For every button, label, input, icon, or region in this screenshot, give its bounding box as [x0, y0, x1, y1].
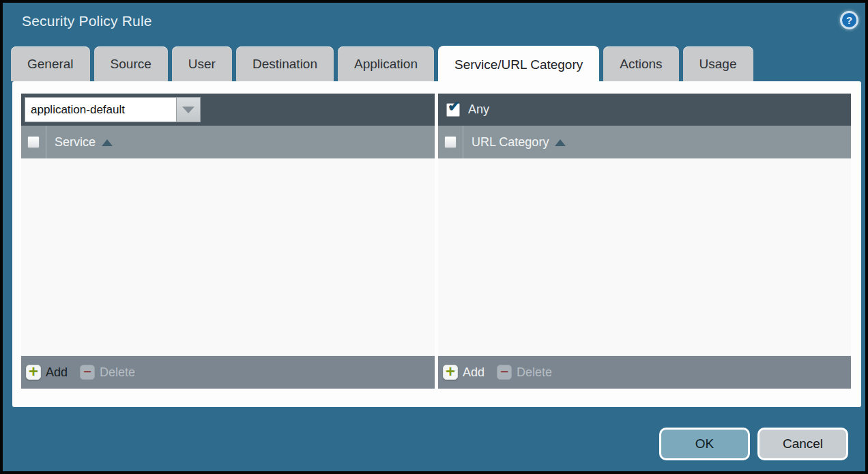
url-category-select-all-cell — [438, 126, 463, 158]
chevron-down-icon — [182, 107, 194, 113]
tab-bar: General Source User Destination Applicat… — [11, 46, 753, 81]
url-category-column-label: URL Category — [472, 135, 549, 150]
cancel-button[interactable]: Cancel — [757, 428, 848, 460]
service-type-dropdown[interactable] — [25, 97, 201, 122]
service-column-header-row: Service — [21, 126, 435, 158]
service-column-label: Service — [55, 135, 96, 150]
delete-url-category-label: Delete — [517, 365, 552, 380]
checkmark-icon: ✔ — [448, 99, 460, 114]
sort-ascending-icon — [102, 139, 113, 146]
service-toolbar — [21, 94, 435, 126]
url-category-column-header-row: URL Category — [438, 126, 851, 158]
select-all-url-categories-checkbox[interactable] — [444, 136, 457, 148]
service-type-dropdown-button[interactable] — [176, 97, 201, 122]
service-select-all-cell — [21, 126, 46, 158]
service-type-input[interactable] — [25, 97, 176, 122]
url-category-panel: ✔ Any URL Category + Add — [438, 94, 851, 389]
add-service-label: Add — [46, 365, 68, 380]
dialog-title: Security Policy Rule — [22, 13, 152, 29]
url-category-list-area[interactable] — [438, 158, 851, 356]
tab-general[interactable]: General — [11, 46, 90, 81]
add-url-category-label: Add — [463, 365, 484, 380]
help-icon-glyph: ? — [846, 14, 852, 26]
delete-url-category-button[interactable]: − Delete — [497, 365, 552, 380]
tab-user[interactable]: User — [172, 46, 232, 81]
select-all-services-checkbox[interactable] — [27, 136, 40, 148]
add-icon: + — [26, 365, 41, 380]
url-category-toolbar: ✔ Any — [438, 94, 851, 126]
service-panel: Service + Add − Delete — [21, 94, 435, 389]
any-checkbox[interactable]: ✔ — [446, 103, 460, 117]
ok-button[interactable]: OK — [659, 428, 750, 460]
tab-usage[interactable]: Usage — [683, 46, 753, 81]
security-policy-rule-dialog: Security Policy Rule ? General Source Us… — [0, 0, 868, 474]
tab-source[interactable]: Source — [94, 46, 168, 81]
delete-icon: − — [80, 365, 95, 380]
delete-icon: − — [497, 365, 512, 380]
add-service-button[interactable]: + Add — [26, 365, 68, 380]
url-category-column-sort[interactable]: URL Category — [463, 126, 566, 158]
url-category-panel-footer: + Add − Delete — [438, 356, 851, 389]
service-panel-footer: + Add − Delete — [21, 356, 435, 389]
delete-service-button[interactable]: − Delete — [80, 365, 135, 380]
tab-service-url-category[interactable]: Service/URL Category — [438, 46, 599, 84]
any-label: Any — [468, 102, 489, 117]
tab-destination[interactable]: Destination — [236, 46, 334, 81]
any-checkbox-row[interactable]: ✔ Any — [442, 102, 489, 117]
sort-ascending-icon — [555, 139, 566, 146]
help-icon[interactable]: ? — [840, 11, 858, 29]
tab-application[interactable]: Application — [338, 46, 434, 81]
add-icon: + — [443, 365, 458, 380]
delete-service-label: Delete — [100, 365, 135, 380]
add-url-category-button[interactable]: + Add — [443, 365, 484, 380]
service-column-sort[interactable]: Service — [46, 126, 113, 158]
service-list-area[interactable] — [21, 158, 435, 356]
tab-actions[interactable]: Actions — [603, 46, 678, 81]
